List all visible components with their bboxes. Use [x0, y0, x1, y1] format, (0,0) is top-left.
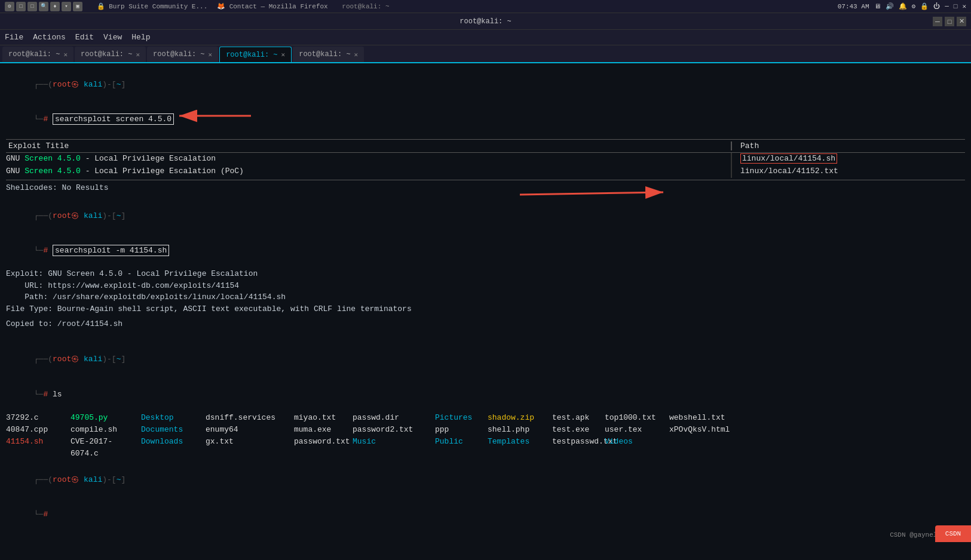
prompt-line-4: ┌──(root㉿ kali)-[~] — [6, 462, 965, 497]
cmd1-box: searchsploit screen 4.5.0 — [53, 113, 174, 125]
terminal-title-bar: root@kali: ~ ─ □ ✕ — [0, 13, 971, 30]
minimize-btn[interactable]: ─ — [945, 3, 949, 10]
tab-1-label: root@kali: ~ — [8, 50, 60, 59]
ls-output: 37292.c 49705.py Desktop dsniff.services… — [6, 412, 965, 460]
prompt-line-2: ┌──(root㉿ kali)-[~] — [6, 198, 965, 233]
system-bar: ⚙ □ □ 🔍 ♦ ▾ ▣ 🔒 Burp Suite Community E..… — [0, 0, 971, 13]
close-btn[interactable]: ✕ — [962, 2, 966, 10]
app-icon-1: ⚙ — [5, 2, 14, 11]
shellcodes-line: Shellcodes: No Results — [6, 182, 965, 194]
app-icon-dropdown[interactable]: ▾ — [62, 2, 71, 11]
power-icon: ⏻ — [933, 2, 940, 10]
cmd1-text: searchsploit screen 4.5.0 — [55, 115, 171, 124]
title-controls: ─ □ ✕ — [933, 17, 966, 26]
ls-music: Music — [353, 436, 430, 460]
tab-3-close[interactable]: ✕ — [209, 51, 213, 59]
terminal-content[interactable]: ┌──(root㉿ kali)-[~] └─# searchsploit scr… — [0, 63, 971, 542]
tab-1-close[interactable]: ✕ — [63, 51, 68, 59]
tab-4-label: root@kali: ~ — [226, 51, 277, 59]
ls-testpasswd: testpasswd.txt — [552, 436, 600, 460]
header-path: Path — [738, 141, 965, 150]
ls-top1000: top1000.txt — [605, 412, 664, 424]
ls-public: Public — [435, 436, 483, 460]
exploit-path-1: linux/local/41154.sh — [738, 153, 965, 165]
system-bar-left: ⚙ □ □ 🔍 ♦ ▾ ▣ 🔒 Burp Suite Community E..… — [5, 2, 390, 11]
tab-3[interactable]: root@kali: ~ ✕ — [147, 47, 218, 62]
path-info-line: Path: /usr/share/exploitdb/exploits/linu… — [6, 291, 965, 303]
ls-downloads: Downloads — [141, 436, 201, 460]
ls-pictures: Pictures — [435, 412, 483, 424]
terminal-title: root@kali: ~ — [460, 17, 511, 26]
prompt-line-1: ┌──(root㉿ kali)-[~] — [6, 67, 965, 102]
ls-cmd-line: └─# ls — [6, 377, 965, 412]
ls-compile: compile.sh — [71, 424, 136, 436]
ls-41154: 41154.sh — [6, 436, 66, 460]
ls-miyao: miyao.txt — [294, 412, 348, 424]
system-bar-right: 07:43 AM 🖥 🔊 🔔 ⚙ 🔒 ⏻ ─ □ ✕ — [838, 2, 966, 10]
ls-desktop: Desktop — [141, 412, 201, 424]
ls-muma: muma.exe — [294, 424, 348, 436]
notification-icon: 🔔 — [899, 2, 907, 10]
filetype-line: File Type: Bourne-Again shell script, AS… — [6, 303, 965, 315]
app-icon-5: ♦ — [50, 2, 60, 11]
ls-password-txt: password.txt — [294, 436, 348, 460]
terminal-close[interactable]: ✕ — [957, 17, 966, 26]
menu-actions[interactable]: Actions — [33, 33, 66, 42]
terminal-window: root@kali: ~ ─ □ ✕ File Actions Edit Vie… — [0, 13, 971, 542]
app-icon-terminal: ▣ — [73, 2, 82, 11]
ls-49705: 49705.py — [71, 412, 136, 424]
restore-btn[interactable]: □ — [954, 3, 958, 10]
ls-documents: Documents — [141, 424, 201, 436]
settings-icon: ⚙ — [912, 2, 916, 10]
tab-1[interactable]: root@kali: ~ ✕ — [2, 47, 73, 62]
cmd2-text: searchsploit -m 41154.sh — [55, 246, 167, 255]
ls-cve: CVE-2017-6074.c — [71, 436, 136, 460]
ls-user-tex: user.tex — [605, 424, 664, 436]
menu-file[interactable]: File — [5, 33, 23, 42]
menu-help[interactable]: Help — [131, 33, 150, 42]
menu-view[interactable]: View — [103, 33, 122, 42]
tab-bar: root@kali: ~ ✕ root@kali: ~ ✕ root@kali:… — [0, 45, 971, 63]
ls-shadow-zip: shadow.zip — [488, 412, 547, 424]
cmd-line-1: └─# searchsploit screen 4.5.0 — [6, 102, 965, 137]
exploit-row-2: GNU Screen 4.5.0 - Local Privilege Escal… — [6, 165, 965, 178]
ls-dsniff: dsniff.services — [206, 412, 289, 424]
ls-40847: 40847.cpp — [6, 424, 66, 436]
terminal-maximize[interactable]: □ — [945, 17, 954, 26]
tab-5[interactable]: root@kali: ~ ✕ — [293, 47, 364, 62]
tab-4-close[interactable]: ✕ — [281, 51, 286, 59]
exploit-info-line: Exploit: GNU Screen 4.5.0 - Local Privil… — [6, 268, 965, 280]
ls-37292: 37292.c — [6, 412, 66, 424]
app-icon-4: 🔍 — [39, 2, 48, 11]
lock-icon: 🔒 — [920, 2, 929, 10]
exploit-path-2: linux/local/41152.txt — [738, 165, 965, 178]
table-separator — [6, 180, 965, 180]
prompt-line-3: ┌──(root㉿ kali)-[~] — [6, 342, 965, 377]
header-exploit-title: Exploit Title — [6, 141, 725, 150]
tab-3-label: root@kali: ~ — [153, 50, 204, 59]
tab-5-close[interactable]: ✕ — [354, 51, 359, 59]
ls-shell-php: shell.php — [488, 424, 547, 436]
tab-2-close[interactable]: ✕ — [136, 51, 140, 59]
tab-4[interactable]: root@kali: ~ ✕ — [219, 47, 292, 62]
path-1-highlighted: linux/local/41154.sh — [740, 153, 837, 164]
tab-2[interactable]: root@kali: ~ ✕ — [75, 47, 146, 62]
volume-icon: 🔊 — [886, 2, 894, 10]
system-icons: ⚙ □ □ 🔍 ♦ ▾ ▣ — [5, 2, 82, 11]
prompt-hash-4: └─# — [6, 497, 965, 533]
ls-test-apk: test.apk — [552, 412, 600, 424]
tab-5-label: root@kali: ~ — [299, 50, 350, 59]
app-icon-2: □ — [16, 2, 26, 11]
browser-tab-2[interactable]: 🦊 Contact — Mozilla Firefox — [217, 2, 328, 10]
browser-tab-1[interactable]: 🔒 Burp Suite Community E... — [97, 2, 208, 10]
monitor-icon: 🖥 — [874, 2, 881, 10]
exploit-title-1: GNU Screen 4.5.0 - Local Privilege Escal… — [6, 153, 725, 165]
menu-edit[interactable]: Edit — [75, 33, 94, 42]
table-header: Exploit Title Path — [6, 139, 965, 153]
menu-bar: File Actions Edit View Help — [0, 30, 971, 45]
user-label: root@kali: ~ — [342, 3, 389, 10]
tab-2-label: root@kali: ~ — [81, 50, 132, 59]
prompt-line-5: ┌──(root㉿ kali)-[~] — [6, 534, 965, 542]
terminal-minimize[interactable]: ─ — [933, 17, 942, 26]
ls-ppp: ppp — [435, 424, 483, 436]
